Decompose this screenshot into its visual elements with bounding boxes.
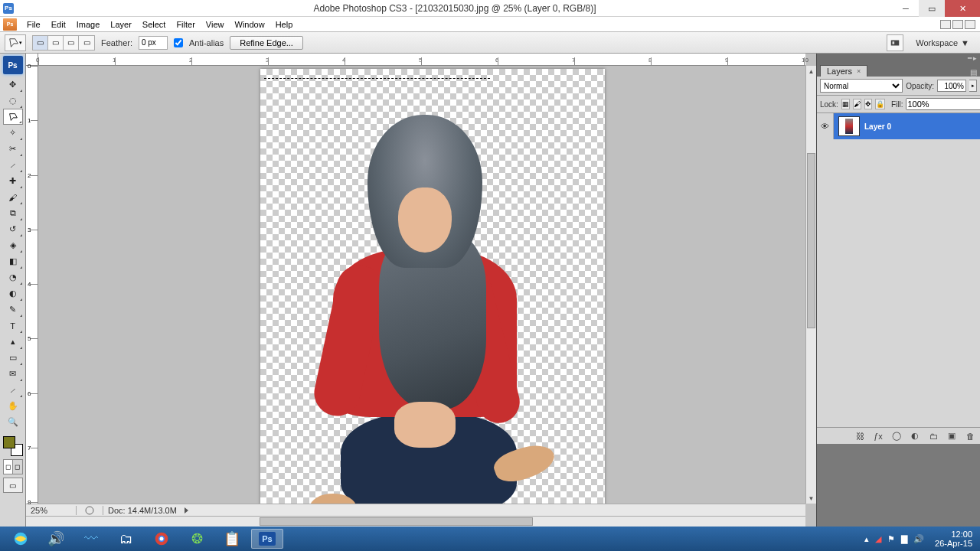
fill-input[interactable]: [906, 98, 980, 110]
group-icon[interactable]: 🗀: [926, 430, 940, 442]
crop-tool[interactable]: ✂: [3, 141, 23, 157]
scrollbar-thumb-horizontal[interactable]: [260, 517, 532, 526]
taskbar-file-explorer-icon[interactable]: 🗂: [110, 529, 142, 549]
selection-new-icon[interactable]: ▭: [33, 36, 48, 50]
opacity-input[interactable]: [937, 80, 966, 92]
scrollbar-horizontal[interactable]: [26, 516, 805, 527]
scrollbar-thumb-vertical[interactable]: [807, 153, 815, 328]
menu-edit[interactable]: Edit: [46, 17, 71, 32]
menu-select[interactable]: Select: [137, 17, 172, 32]
move-tool[interactable]: ✥: [3, 77, 23, 93]
current-tool-icon[interactable]: ▾: [5, 34, 26, 51]
opacity-arrow-icon[interactable]: ▸: [969, 80, 977, 92]
status-menu-icon[interactable]: [185, 507, 188, 514]
dodge-tool[interactable]: ◐: [3, 285, 23, 302]
taskbar-internet-explorer-icon[interactable]: [5, 529, 37, 549]
tab-layers[interactable]: Layers×: [820, 65, 867, 77]
hand-tool[interactable]: ✋: [3, 398, 23, 414]
taskbar-media-icon[interactable]: 🔊: [40, 529, 72, 549]
marquee-tool[interactable]: ◌: [3, 93, 23, 109]
shape-tool[interactable]: ▭: [3, 350, 23, 366]
menu-file[interactable]: File: [21, 17, 46, 32]
healing-brush-tool[interactable]: ✚: [3, 173, 23, 189]
layer-list[interactable]: 👁 Layer 0: [817, 113, 980, 427]
slice-tool[interactable]: ⟋: [3, 157, 23, 173]
history-brush-tool[interactable]: ↺: [3, 221, 23, 237]
tray-chevron-icon[interactable]: ▴: [864, 534, 869, 544]
blur-tool[interactable]: ◔: [3, 269, 23, 285]
tray-volume-icon[interactable]: 🔊: [913, 534, 924, 544]
menu-image[interactable]: Image: [71, 17, 106, 32]
taskbar-notes-icon[interactable]: 📋: [216, 529, 248, 549]
menu-layer[interactable]: Layer: [105, 17, 137, 32]
tray-network-icon[interactable]: ▇: [901, 534, 907, 544]
workspace-dropdown[interactable]: Workspace▼: [910, 37, 975, 49]
ruler-horizontal[interactable]: 012345678910: [38, 54, 805, 66]
layer-name[interactable]: Layer 0: [864, 122, 891, 131]
taskbar-app1-icon[interactable]: 〰: [75, 529, 107, 549]
magic-wand-tool[interactable]: ✧: [3, 125, 23, 141]
taskbar-photoshop-icon[interactable]: Ps: [251, 529, 283, 549]
pen-tool[interactable]: ✎: [3, 302, 23, 318]
document-arrange-buttons[interactable]: [940, 20, 975, 29]
status-icon[interactable]: [84, 506, 95, 515]
link-layers-icon[interactable]: ⛓: [853, 430, 867, 442]
lock-transparency-icon[interactable]: ▦: [841, 99, 850, 109]
taskbar-app2-icon[interactable]: ❂: [181, 529, 213, 549]
layer-visibility-icon[interactable]: 👁: [817, 113, 834, 139]
refine-edge-button[interactable]: Refine Edge...: [230, 36, 303, 50]
quick-mask-toggle[interactable]: ◻◻: [3, 459, 23, 474]
scrollbar-vertical[interactable]: ▲ ▼: [805, 66, 816, 504]
system-tray[interactable]: ▴ ◢ ⚑ ▇ 🔊 12:00 26-Apr-15: [864, 530, 975, 548]
new-layer-icon[interactable]: ▣: [945, 430, 959, 442]
blend-mode-select[interactable]: Normal: [820, 79, 903, 93]
selection-intersect-icon[interactable]: ▭: [79, 36, 94, 50]
layer-thumbnail[interactable]: [838, 116, 860, 136]
selection-mode-buttons[interactable]: ▭ ▭ ▭ ▭: [32, 35, 95, 51]
zoom-tool[interactable]: 🔍: [3, 414, 23, 430]
window-minimize-button[interactable]: ─: [893, 0, 919, 17]
panel-menu-icon[interactable]: ▤: [970, 68, 977, 77]
layer-mask-icon[interactable]: ◯: [890, 430, 903, 442]
dock-header[interactable]: ━▸: [817, 54, 980, 63]
eyedropper-tool[interactable]: ⟋: [3, 382, 23, 398]
lasso-tool[interactable]: [3, 109, 23, 125]
window-close-button[interactable]: ✕: [945, 0, 980, 17]
foreground-color-swatch[interactable]: [3, 436, 15, 448]
close-icon[interactable]: ×: [857, 67, 861, 75]
screen-mode-button[interactable]: ▭: [3, 478, 23, 493]
lock-all-icon[interactable]: 🔒: [875, 99, 885, 109]
taskbar-clock[interactable]: 12:00 26-Apr-15: [935, 530, 972, 548]
clone-stamp-tool[interactable]: ⧉: [3, 205, 23, 221]
ruler-vertical[interactable]: 012345678: [26, 66, 38, 504]
tray-flag-icon[interactable]: ⚑: [887, 534, 895, 544]
scroll-up-icon[interactable]: ▲: [806, 66, 816, 77]
selection-add-icon[interactable]: ▭: [48, 36, 64, 50]
brush-tool[interactable]: 🖌: [3, 189, 23, 205]
antialias-checkbox[interactable]: [174, 38, 183, 47]
scroll-down-icon[interactable]: ▼: [806, 493, 816, 504]
go-to-bridge-icon[interactable]: [887, 34, 903, 51]
menu-help[interactable]: Help: [270, 17, 299, 32]
menu-window[interactable]: Window: [230, 17, 270, 32]
layer-style-icon[interactable]: ƒx: [871, 430, 885, 442]
gradient-tool[interactable]: ◧: [3, 253, 23, 269]
menu-filter[interactable]: Filter: [171, 17, 200, 32]
document-canvas[interactable]: [260, 69, 605, 504]
type-tool[interactable]: T: [3, 318, 23, 334]
selection-subtract-icon[interactable]: ▭: [64, 36, 79, 50]
window-maximize-button[interactable]: ▭: [919, 0, 945, 17]
adjustment-layer-icon[interactable]: ◐: [908, 430, 922, 442]
menu-view[interactable]: View: [201, 17, 230, 32]
zoom-level[interactable]: 25%: [31, 506, 77, 515]
path-selection-tool[interactable]: ▴: [3, 334, 23, 350]
color-swatches[interactable]: [3, 436, 23, 456]
tray-shield-icon[interactable]: ◢: [875, 534, 881, 544]
lock-position-icon[interactable]: ✥: [864, 99, 872, 109]
taskbar-chrome-icon[interactable]: [145, 529, 178, 549]
delete-layer-icon[interactable]: 🗑: [963, 430, 977, 442]
eraser-tool[interactable]: ◈: [3, 237, 23, 253]
canvas-viewport[interactable]: [38, 66, 805, 504]
lock-pixels-icon[interactable]: 🖌: [853, 99, 861, 109]
feather-input[interactable]: [139, 36, 168, 50]
